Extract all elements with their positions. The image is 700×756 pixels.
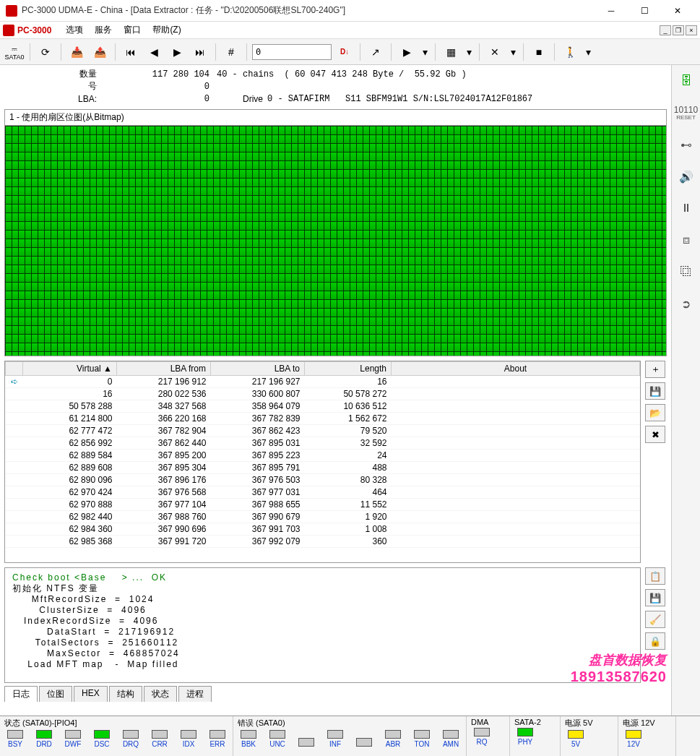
table-header[interactable]: About (392, 362, 640, 376)
table-open-button[interactable]: 📂 (645, 404, 665, 421)
led-blank (295, 738, 317, 748)
status-group-title: 电源 12V (623, 718, 671, 729)
log-clear-button[interactable]: 🧹 (645, 611, 665, 628)
minimize-button[interactable]: ─ (595, 0, 628, 22)
led-12V: 12V (623, 730, 644, 748)
drive-value: 0 - SATAFIRM S11 SBFM91W1 S/N:LSL7024017… (267, 94, 532, 104)
grid-button[interactable]: # (221, 42, 241, 62)
table-row[interactable]: 50 578 288348 327 568358 964 07910 636 5… (6, 400, 640, 413)
db-icon[interactable]: 🗄 (676, 71, 696, 91)
led-TON: TON (411, 730, 433, 748)
mdi-close-button[interactable]: × (686, 25, 697, 35)
table-row[interactable]: 16280 022 536330 600 80750 578 272 (6, 388, 640, 400)
table-row[interactable]: 62 985 368367 991 720367 992 079360 (6, 536, 640, 548)
prev-button[interactable]: ◀ (144, 42, 164, 62)
log-body: 初始化 NTFS 变量 MftRecordSize = 1024 Cluster… (12, 583, 180, 669)
menu-app-icon (3, 25, 14, 36)
qty-label: 数量 (7, 68, 101, 80)
table-row[interactable]: 62 982 440367 988 760367 990 6791 920 (6, 511, 640, 523)
tool1-icon[interactable]: ⊷ (676, 134, 696, 155)
table-header[interactable]: Length (305, 362, 392, 376)
tab-位图[interactable]: 位图 (39, 686, 72, 702)
table-add-button[interactable]: ＋ (645, 361, 665, 378)
log-panel[interactable]: Check boot <Base > ... OK 初始化 NTFS 变量 Mf… (4, 567, 641, 683)
first-button[interactable]: ⏮ (121, 42, 141, 62)
play-dropdown-button[interactable]: ▾ (420, 42, 430, 62)
grid-dropdown-button[interactable]: ▾ (464, 42, 474, 62)
tab-HEX[interactable]: HEX (74, 686, 108, 702)
sound-icon[interactable]: 🔊 (676, 166, 696, 186)
exit-button[interactable]: 🚶 (560, 42, 580, 62)
bitmap-title: 1 - 使用的扇区位图(从Bitmap) (4, 109, 667, 125)
exit-dropdown-button[interactable]: ▾ (583, 42, 593, 62)
table-save-button[interactable]: 💾 (645, 382, 665, 400)
export-button[interactable]: 📤 (90, 42, 110, 62)
table-header[interactable]: Virtual ▲ (23, 362, 117, 376)
chip-icon[interactable]: ⧈ (676, 230, 696, 250)
led-BBK: BBK (238, 730, 259, 748)
copy-icon[interactable]: ⿻ (676, 262, 696, 282)
bottom-tabs: 日志位图HEX结构状态进程 (4, 686, 667, 702)
mdi-restore-button[interactable]: ❐ (673, 25, 684, 35)
maximize-button[interactable]: ☐ (628, 0, 661, 22)
right-sidebar: 🗄 10110RESET ⊷ 🔊 ⏸ ⧈ ⿻ ➲ (671, 65, 700, 716)
table-row[interactable]: 61 214 800366 220 168367 782 8391 562 67… (6, 413, 640, 425)
grid-view-button[interactable]: ▦ (441, 42, 461, 62)
drive-label: Drive (209, 94, 267, 104)
table-row[interactable]: ➪0217 196 912217 196 92716 (6, 376, 640, 388)
table-clear-button[interactable]: ✖ (645, 426, 665, 443)
sector-bitmap[interactable] (4, 125, 667, 356)
play-button[interactable]: ▶ (397, 42, 417, 62)
table-header[interactable]: LBA from (117, 362, 211, 376)
tools-dropdown-button[interactable]: ▾ (508, 42, 518, 62)
next-button[interactable]: ▶ (167, 42, 187, 62)
sata-connector-button[interactable]: ⎓ SATA0 (4, 42, 25, 62)
menu-services[interactable]: 服务 (89, 22, 118, 38)
refresh-button[interactable]: ⟳ (35, 42, 56, 62)
tab-日志[interactable]: 日志 (4, 686, 38, 702)
table-row[interactable]: 62 984 360367 990 696367 991 7031 008 (6, 523, 640, 536)
import-button[interactable]: 📥 (66, 42, 87, 62)
tools-button[interactable]: ✕ (485, 42, 505, 62)
tab-状态[interactable]: 状态 (144, 686, 177, 702)
last-button[interactable]: ⏭ (190, 42, 210, 62)
table-row[interactable]: 62 889 608367 895 304367 895 791488 (6, 462, 640, 474)
table-header[interactable]: LBA to (211, 362, 305, 376)
jump-input[interactable] (252, 44, 332, 60)
led-AMN: AMN (440, 730, 462, 748)
chains-table[interactable]: Virtual ▲LBA fromLBA toLengthAbout ➪0217… (4, 361, 641, 563)
table-row[interactable]: 62 777 472367 782 904367 862 42379 520 (6, 425, 640, 437)
tab-进程[interactable]: 进程 (178, 686, 212, 702)
mdi-minimize-button[interactable]: _ (660, 25, 671, 35)
table-row[interactable]: 62 856 992367 862 440367 895 03132 592 (6, 437, 640, 450)
led-CRR: CRR (149, 730, 170, 748)
menu-help[interactable]: 帮助(Z) (147, 22, 186, 38)
main-toolbar: ⎓ SATA0 ⟳ 📥 📤 ⏮ ◀ ▶ ⏭ # D↓ ↗ ▶ ▾ ▦ ▾ ✕ ▾… (0, 39, 700, 65)
reset-button[interactable]: 10110RESET (676, 103, 696, 123)
table-row[interactable]: 62 890 096367 896 176367 976 50380 328 (6, 474, 640, 486)
close-button[interactable]: ✕ (661, 0, 694, 22)
led-DWF: DWF (62, 730, 84, 748)
table-row[interactable]: 62 970 888367 977 104367 988 65511 552 (6, 499, 640, 511)
menubar: PC-3000 选项 服务 窗口 帮助(Z) _ ❐ × (0, 22, 700, 39)
log-save-button[interactable]: 💾 (645, 589, 665, 606)
led-BSY: BSY (4, 730, 26, 748)
jump-go-button[interactable]: D↓ (334, 42, 355, 62)
log-copy-button[interactable]: 📋 (645, 567, 665, 585)
stop-button[interactable]: ■ (529, 42, 549, 62)
log-side-toolbar: 📋 💾 🧹 🔒 (641, 567, 667, 683)
table-row[interactable]: 62 970 424367 976 568367 977 031464 (6, 486, 640, 499)
menu-window[interactable]: 窗口 (118, 22, 147, 38)
led-DSC: DSC (91, 730, 113, 748)
status-group-title: SATA-2 (514, 718, 556, 726)
tab-结构[interactable]: 结构 (109, 686, 142, 702)
pause-icon[interactable]: ⏸ (676, 198, 696, 218)
connector-icon[interactable]: ➲ (676, 293, 696, 314)
status-group-title: 错误 (SATA0) (238, 718, 462, 729)
table-row[interactable]: 62 889 584367 895 200367 895 22324 (6, 450, 640, 462)
led-DRD: DRD (33, 730, 55, 748)
menu-options[interactable]: 选项 (60, 22, 89, 38)
qty-extra: 40 - chains ( 60 047 413 248 Byte / 55.9… (209, 69, 467, 80)
export2-button[interactable]: ↗ (366, 42, 386, 62)
log-lock-button[interactable]: 🔒 (645, 632, 665, 650)
